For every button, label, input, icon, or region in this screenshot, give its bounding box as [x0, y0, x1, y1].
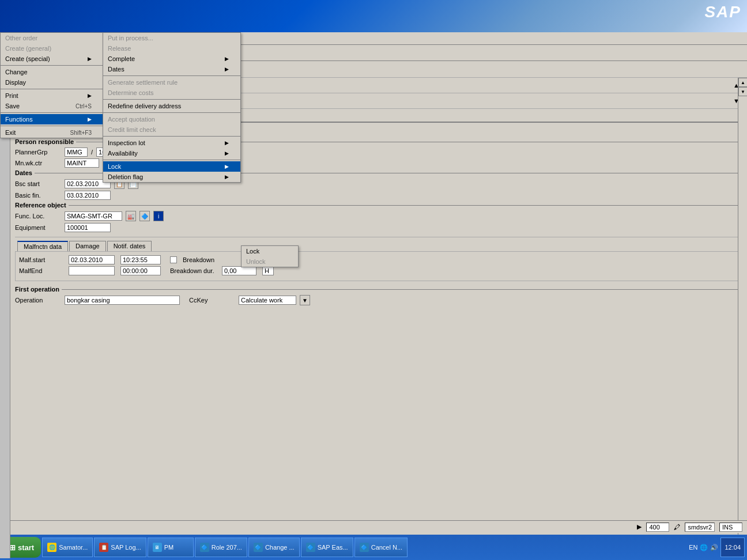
- sub-tab-damage[interactable]: Damage: [69, 241, 106, 251]
- status-code: 400: [646, 523, 669, 532]
- funcloc-icon2[interactable]: 🔷: [139, 211, 150, 221]
- operation-input[interactable]: [65, 296, 180, 305]
- sub-tabs-row: Malfnctn data Damage Notif. dates: [15, 240, 742, 251]
- change-icon: 🔷: [254, 543, 263, 552]
- deletion-arrow-icon: ▶: [225, 174, 229, 180]
- role207-icon: 🔷: [200, 543, 209, 552]
- refobj-section-header: Reference object: [15, 202, 742, 209]
- taskbar-item-pm[interactable]: 🖥 PM: [148, 538, 194, 557]
- fn-redefine-delivery[interactable]: Redefine delivery address: [103, 101, 240, 111]
- print-arrow-icon: ▶: [88, 93, 92, 99]
- plannergrp-label: PlannerGrp: [15, 149, 61, 156]
- fn-determine-costs: Determine costs: [103, 88, 240, 98]
- breakdown-checkbox[interactable]: [170, 256, 177, 263]
- fn-lock[interactable]: Lock ▶: [103, 161, 240, 172]
- funcloc-label: Func. Loc.: [15, 213, 61, 220]
- arrow-icon: ▶: [88, 56, 92, 62]
- malfend-time-input[interactable]: [120, 266, 161, 275]
- funcloc-input[interactable]: [65, 211, 122, 221]
- taskbar-item-samator[interactable]: 🌐 Samator...: [42, 538, 93, 557]
- lock-lock[interactable]: Lock: [242, 246, 298, 256]
- saplog-icon: 📋: [99, 543, 108, 552]
- sapeas-icon: 🔷: [306, 543, 315, 552]
- menu-sep-1: [1, 65, 103, 66]
- fn-dates[interactable]: Dates ▶: [103, 64, 240, 74]
- sap-topbar: SAP: [0, 0, 747, 32]
- menu-display[interactable]: Display: [1, 77, 103, 88]
- lock-arrow-icon: ▶: [225, 164, 229, 169]
- menu-exit[interactable]: Exit Shift+F3: [1, 127, 103, 138]
- fn-sep-4: [103, 136, 240, 137]
- lang-indicator: EN: [689, 544, 697, 551]
- fn-accept-quotation: Accept quotation: [103, 114, 240, 124]
- first-operation-section: First operation Operation CcKey ▼: [15, 286, 742, 305]
- samator-label: Samator...: [59, 544, 88, 551]
- malfstart-date-input[interactable]: [69, 255, 115, 264]
- malfstart-time-input[interactable]: [120, 255, 161, 264]
- mnwkctr-label: Mn.wk.ctr: [15, 160, 61, 167]
- menu-print[interactable]: Print ▶: [1, 90, 103, 101]
- complete-arrow-icon: ▶: [225, 56, 229, 62]
- availability-arrow-icon: ▶: [225, 150, 229, 156]
- speaker-icon: 🔊: [710, 544, 718, 551]
- cckey-btn[interactable]: ▼: [300, 295, 310, 305]
- breakdowndur-input[interactable]: [222, 266, 256, 275]
- scroll-up[interactable]: ▲: [738, 78, 747, 87]
- first-op-header: First operation: [15, 286, 742, 293]
- taskbar-right: EN 🌐 🔊 12:04: [689, 538, 745, 557]
- fn-sep-2: [103, 99, 240, 100]
- role207-label: Role 207...: [212, 544, 242, 551]
- lock-unlock: Unlock: [242, 256, 298, 267]
- funcloc-row: Func. Loc. 🏭 🔷 i: [15, 211, 742, 221]
- equipment-row: Equipment: [15, 223, 742, 232]
- funcloc-icon3[interactable]: i: [153, 211, 164, 221]
- canceln-icon: 🔷: [360, 543, 369, 552]
- scroll-down[interactable]: ▼: [738, 87, 747, 96]
- menu-sep-3: [1, 112, 103, 113]
- fn-complete[interactable]: Complete ▶: [103, 54, 240, 64]
- sub-tab-malfnctn[interactable]: Malfnctn data: [17, 241, 68, 251]
- lock-submenu: Lock Unlock: [241, 245, 299, 267]
- fn-put-in-process: Put in process...: [103, 33, 240, 43]
- equipment-input[interactable]: [65, 223, 111, 232]
- menu-change[interactable]: Change: [1, 67, 103, 77]
- basicfin-row: Basic fin.: [15, 191, 742, 200]
- breakdowndur-unit-input[interactable]: [262, 266, 274, 275]
- scrollbar-right[interactable]: ▲ ▼: [738, 78, 747, 558]
- taskbar-clock: 12:04: [720, 538, 745, 557]
- mnwkctr-input[interactable]: [65, 158, 99, 168]
- breakdowndur-label: Breakdown dur.: [170, 267, 216, 274]
- menu-create-general: Create (general): [1, 43, 103, 54]
- fn-inspection-lot[interactable]: Inspection lot ▶: [103, 138, 240, 148]
- menu-create-special[interactable]: Create (special) ▶: [1, 54, 103, 64]
- plannergrp-input1[interactable]: [65, 147, 88, 157]
- cckey-input[interactable]: [239, 296, 296, 305]
- menu-save[interactable]: Save Ctrl+S: [1, 101, 103, 111]
- samator-icon: 🌐: [47, 543, 56, 552]
- bscstart-label: Bsc start: [15, 180, 61, 187]
- refobj-section-title: Reference object: [15, 202, 66, 209]
- sub-tab-content: Malf.start Breakdown MalfEnd Breakdown d…: [15, 251, 742, 281]
- malfstart-label: Malf.start: [19, 256, 65, 263]
- taskbar-item-canceln[interactable]: 🔷 Cancel N...: [354, 538, 408, 557]
- taskbar-item-sapeas[interactable]: 🔷 SAP Eas...: [301, 538, 353, 557]
- basicfin-input[interactable]: [65, 191, 111, 200]
- saplog-label: SAP Log...: [111, 544, 141, 551]
- first-op-title: First operation: [15, 286, 59, 293]
- dates-arrow-icon: ▶: [225, 66, 229, 72]
- fn-deletion-flag[interactable]: Deletion flag ▶: [103, 172, 240, 182]
- sapeas-label: SAP Eas...: [318, 544, 348, 551]
- person-section-title: Person responsible: [15, 138, 74, 145]
- taskbar-item-role207[interactable]: 🔷 Role 207...: [195, 538, 247, 557]
- funcloc-icon1[interactable]: 🏭: [126, 211, 136, 221]
- sub-tab-notif-dates[interactable]: Notif. dates: [107, 241, 152, 251]
- taskbar-item-saplog[interactable]: 📋 SAP Log...: [94, 538, 146, 557]
- menu-other-order: Other order: [1, 33, 103, 43]
- menu-functions[interactable]: Functions ▶: [1, 114, 103, 124]
- malfend-date-input[interactable]: [69, 266, 115, 275]
- operation-row: Operation CcKey ▼: [15, 295, 742, 305]
- fn-availability[interactable]: Availability ▶: [103, 148, 240, 158]
- globe-icon: 🌐: [700, 544, 708, 551]
- taskbar-item-change[interactable]: 🔷 Change ...: [248, 538, 300, 557]
- menu-sep-4: [1, 126, 103, 126]
